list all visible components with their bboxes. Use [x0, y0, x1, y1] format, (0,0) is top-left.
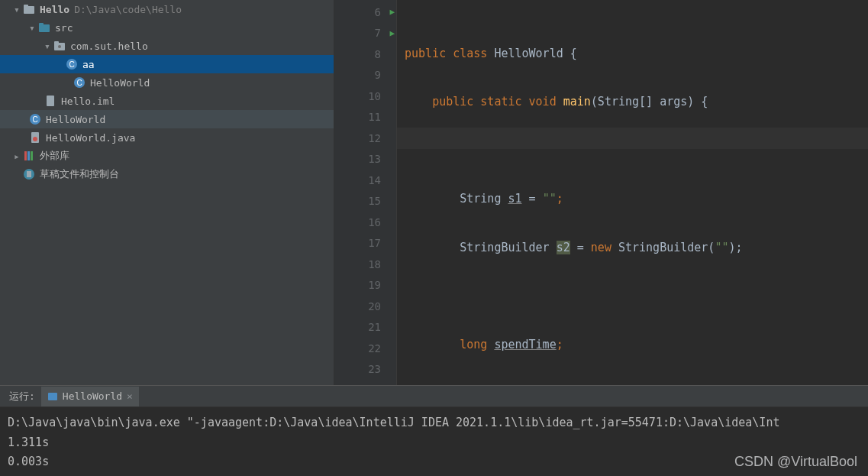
tree-class-helloworld[interactable]: C HelloWorld	[0, 110, 334, 128]
console-line: D:\Java\java\bin\java.exe "-javaagent:D:…	[8, 413, 860, 433]
tree-item-label: com.sut.hello	[70, 40, 148, 52]
tree-package[interactable]: ▾ com.sut.hello	[8, 37, 334, 55]
code-area[interactable]: public class HelloWorld { public static …	[397, 0, 868, 385]
tree-item-label: HelloWorld	[90, 77, 150, 89]
tree-item-label: 草稿文件和控制台	[40, 167, 119, 181]
run-tab-label: HelloWorld	[63, 390, 122, 402]
class-icon: C	[29, 113, 41, 125]
svg-rect-1	[24, 5, 28, 8]
project-tree[interactable]: ▾ Hello D:\Java\code\Hello ▾ src ▾ com.s…	[0, 0, 334, 385]
line-number[interactable]: 7	[334, 23, 396, 44]
library-icon	[23, 150, 35, 162]
tree-item-label: src	[55, 22, 73, 34]
svg-text:C: C	[69, 60, 74, 69]
project-name: Hello	[40, 4, 69, 15]
chevron-down-icon: ▾	[11, 4, 23, 15]
scratch-icon	[23, 168, 35, 180]
tree-item-label: HelloWorld	[46, 114, 105, 125]
line-number[interactable]: 16	[334, 212, 396, 233]
tree-item-label: aa	[82, 59, 95, 70]
svg-rect-11	[47, 96, 54, 106]
line-number[interactable]: 19	[334, 275, 396, 296]
svg-rect-16	[24, 151, 27, 160]
tree-file-iml[interactable]: Hello.iml	[8, 92, 334, 110]
svg-rect-5	[54, 41, 59, 44]
line-number[interactable]: 17	[334, 233, 396, 254]
svg-point-15	[33, 137, 37, 141]
tree-item-label: Hello.iml	[61, 96, 115, 107]
tree-src-folder[interactable]: ▾ src	[8, 18, 334, 37]
svg-text:C: C	[32, 115, 37, 124]
source-folder-icon	[38, 21, 50, 34]
line-number[interactable]: 6	[334, 2, 396, 23]
chevron-down-icon: ▾	[26, 22, 38, 34]
folder-icon	[23, 3, 35, 15]
run-label: 运行:	[0, 390, 41, 403]
svg-point-6	[58, 45, 61, 48]
line-number[interactable]: 8	[334, 44, 396, 65]
class-icon: C	[73, 76, 86, 89]
tree-item-label: 外部库	[40, 149, 69, 163]
tree-scratches[interactable]: 草稿文件和控制台	[8, 165, 334, 183]
line-number[interactable]: 24	[334, 380, 396, 385]
line-number[interactable]: 14	[334, 170, 396, 191]
line-number[interactable]: 21	[334, 317, 396, 338]
line-number[interactable]: 12	[334, 128, 396, 149]
file-icon	[44, 95, 56, 107]
line-number[interactable]: 20	[334, 296, 396, 317]
tree-file-helloworld[interactable]: C HelloWorld	[8, 73, 334, 92]
tree-item-label: HelloWorld.java	[46, 132, 135, 144]
watermark: CSDN @VirtualBool	[734, 454, 857, 470]
line-number[interactable]: 11	[334, 107, 396, 128]
project-path: D:\Java\code\Hello	[74, 4, 182, 15]
line-number[interactable]: 10	[334, 86, 396, 107]
class-icon: C	[66, 58, 78, 70]
svg-rect-17	[27, 151, 30, 160]
code-editor[interactable]: 6 7 8 9 10 11 12 13 14 15 16 17 18 19 20…	[334, 0, 868, 385]
svg-rect-18	[31, 151, 33, 160]
package-icon	[53, 40, 66, 52]
console-line: 1.311s	[8, 433, 860, 453]
tree-project-root[interactable]: ▾ Hello D:\Java\code\Hello	[8, 0, 334, 18]
close-icon[interactable]: ×	[127, 390, 133, 402]
tree-java-helloworld[interactable]: HelloWorld.java	[8, 128, 334, 147]
svg-rect-20	[27, 171, 31, 177]
line-number[interactable]: 13	[334, 149, 396, 170]
line-number[interactable]: 18	[334, 254, 396, 275]
run-tab[interactable]: HelloWorld ×	[41, 387, 139, 406]
svg-text:C: C	[76, 79, 82, 87]
svg-rect-3	[39, 23, 44, 26]
line-number[interactable]: 9	[334, 65, 396, 86]
tree-file-aa[interactable]: C aa	[0, 55, 334, 73]
line-number[interactable]: 23	[334, 359, 396, 380]
line-number[interactable]: 22	[334, 338, 396, 359]
run-config-icon	[47, 391, 58, 402]
svg-rect-21	[48, 393, 57, 400]
chevron-right-icon: ▸	[11, 151, 23, 162]
chevron-down-icon: ▾	[41, 40, 53, 52]
java-file-icon	[29, 131, 41, 144]
line-number[interactable]: 15	[334, 191, 396, 212]
console-line: 0.003s	[8, 452, 860, 472]
line-gutter[interactable]: 6 7 8 9 10 11 12 13 14 15 16 17 18 19 20…	[334, 0, 397, 385]
tree-external-libs[interactable]: ▸ 外部库	[8, 147, 334, 165]
